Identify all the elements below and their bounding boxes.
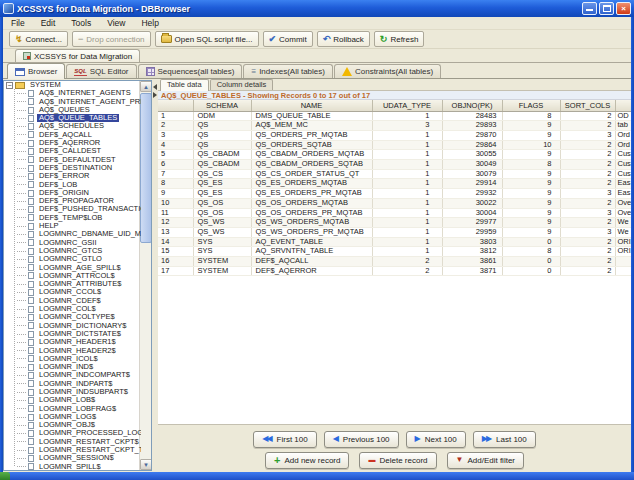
tab-browser[interactable]: Browser [7, 63, 65, 79]
table-row[interactable]: 16SYSTEMDEF$_AQCALL2386102 [158, 257, 631, 267]
cell[interactable]: 1 [372, 198, 442, 208]
cell[interactable]: QS_CBADM [193, 150, 251, 160]
cell[interactable]: Cus [615, 169, 631, 179]
cell[interactable]: 9 [502, 179, 560, 189]
cell[interactable]: Cus [615, 150, 631, 160]
cell[interactable]: QS [193, 140, 251, 150]
cell[interactable]: QS_WS [193, 218, 251, 228]
cell[interactable]: 30079 [442, 169, 502, 179]
tab-table-data[interactable]: Table data [160, 79, 209, 91]
cell[interactable]: 2 [560, 160, 615, 170]
cell[interactable]: 1 [372, 208, 442, 218]
cell[interactable]: 28483 [442, 111, 502, 121]
drop-connection-button[interactable]: −Drop connection [72, 31, 151, 47]
cell[interactable]: QS_WS_ORDERS_PR_MQTAB [251, 227, 372, 237]
cell[interactable]: 12 [158, 218, 193, 228]
cell[interactable]: QS_OS [193, 198, 251, 208]
cell[interactable]: 9 [502, 169, 560, 179]
table-row[interactable]: 10QS_OSQS_OS_ORDERS_MQTAB13002292Ove [158, 198, 631, 208]
cell[interactable]: 0 [502, 266, 560, 276]
collapse-icon[interactable]: − [6, 82, 13, 89]
cell[interactable]: QS_OS [193, 208, 251, 218]
column-header[interactable]: FLAGS [502, 100, 560, 111]
cell[interactable]: QS_CS [193, 169, 251, 179]
cell[interactable]: 9 [502, 227, 560, 237]
menu-edit[interactable]: Edit [33, 18, 64, 28]
cell[interactable]: 2 [560, 121, 615, 131]
menu-view[interactable]: View [99, 18, 133, 28]
cell[interactable]: Ove [615, 198, 631, 208]
add-new-record-button[interactable]: +Add new record [265, 452, 349, 469]
cell[interactable]: 1 [372, 169, 442, 179]
cell[interactable]: 29914 [442, 179, 502, 189]
table-row[interactable]: 5QS_CBADMQS_CBADM_ORDERS_MQTAB13005592Cu… [158, 150, 631, 160]
cell[interactable]: 3 [560, 130, 615, 140]
cell[interactable]: 1 [158, 111, 193, 121]
table-row[interactable]: 17SYSTEMDEF$_AQERROR2387102 [158, 266, 631, 276]
table-row[interactable]: 2QSAQ$_MEM_MC32989392tab [158, 121, 631, 131]
cell[interactable]: 30055 [442, 150, 502, 160]
cell[interactable]: QS_OS_ORDERS_MQTAB [251, 198, 372, 208]
cell[interactable]: 3812 [442, 247, 502, 257]
cell[interactable]: 9 [502, 121, 560, 131]
column-header[interactable] [158, 100, 193, 111]
delete-record-button[interactable]: ▬Delete record [359, 452, 436, 469]
cell[interactable]: 3803 [442, 237, 502, 247]
scroll-up-icon[interactable]: ▲ [140, 81, 152, 92]
commit-button[interactable]: ✔Commit [263, 31, 313, 47]
cell[interactable]: 29870 [442, 130, 502, 140]
start-button-sliver[interactable] [0, 472, 10, 480]
close-button[interactable]: × [616, 2, 631, 15]
cell[interactable]: QS_ORDERS_SQTAB [251, 140, 372, 150]
cell[interactable]: 2 [560, 257, 615, 267]
cell[interactable]: QS_ES_ORDERS_MQTAB [251, 179, 372, 189]
refresh-button[interactable]: ↻Refresh [374, 31, 425, 47]
last-100-button[interactable]: ▶▶Last 100 [473, 431, 536, 448]
cell[interactable]: QS [193, 121, 251, 131]
previous-100-button[interactable]: ◀Previous 100 [324, 431, 399, 448]
table-row[interactable]: 9QS_ESQS_ES_ORDERS_PR_MQTAB12993293Eas [158, 189, 631, 199]
session-tab[interactable]: XCSSYS for Data Migration [15, 49, 140, 62]
cell[interactable]: 7 [158, 169, 193, 179]
open-sql-script-file-button[interactable]: Open SQL script file... [155, 31, 259, 47]
cell[interactable]: 1 [372, 130, 442, 140]
cell[interactable]: QS_ES [193, 179, 251, 189]
menu-help[interactable]: Help [133, 18, 166, 28]
cell[interactable]: 9 [502, 208, 560, 218]
cell[interactable]: 29959 [442, 227, 502, 237]
connect-button[interactable]: ↯Connect... [9, 31, 68, 47]
cell[interactable]: OD [615, 111, 631, 121]
cell[interactable]: 3871 [442, 266, 502, 276]
table-row[interactable]: 3QSQS_ORDERS_PR_MQTAB12987093Ord [158, 130, 631, 140]
cell[interactable]: 2 [560, 198, 615, 208]
cell[interactable]: QS_ES_ORDERS_PR_MQTAB [251, 189, 372, 199]
cell[interactable]: Ove [615, 208, 631, 218]
cell[interactable]: DEF$_AQERROR [251, 266, 372, 276]
cell[interactable]: 1 [372, 247, 442, 257]
cell[interactable]: 9 [502, 218, 560, 228]
cell[interactable]: Ord [615, 140, 631, 150]
column-header[interactable]: UDATA_TYPE [372, 100, 442, 111]
table-row[interactable]: 8QS_ESQS_ES_ORDERS_MQTAB12991492Eas [158, 179, 631, 189]
taskbar-strip[interactable] [0, 472, 634, 480]
cell[interactable]: QS_CS_ORDER_STATUS_QT [251, 169, 372, 179]
cell[interactable]: 11 [158, 208, 193, 218]
cell[interactable]: Eas [615, 179, 631, 189]
title-bar[interactable]: XCSSYS for Data Migration - DBBrowser × [0, 0, 634, 17]
cell[interactable]: 9 [502, 130, 560, 140]
cell[interactable]: 2 [560, 247, 615, 257]
column-header[interactable]: NAME [251, 100, 372, 111]
cell[interactable]: 3861 [442, 257, 502, 267]
cell[interactable]: 3 [372, 121, 442, 131]
cell[interactable]: 29932 [442, 189, 502, 199]
cell[interactable]: 3 [560, 189, 615, 199]
cell[interactable]: AQ_SRVNTFN_TABLE [251, 247, 372, 257]
column-header[interactable]: OBJNO(PK) [442, 100, 502, 111]
cell[interactable]: QS_CBADM [193, 160, 251, 170]
cell[interactable]: 1 [372, 227, 442, 237]
first-100-button[interactable]: ◀◀First 100 [253, 431, 316, 448]
cell[interactable]: We [615, 218, 631, 228]
cell[interactable]: 30022 [442, 198, 502, 208]
cell[interactable]: 0 [502, 237, 560, 247]
cell[interactable]: 17 [158, 266, 193, 276]
